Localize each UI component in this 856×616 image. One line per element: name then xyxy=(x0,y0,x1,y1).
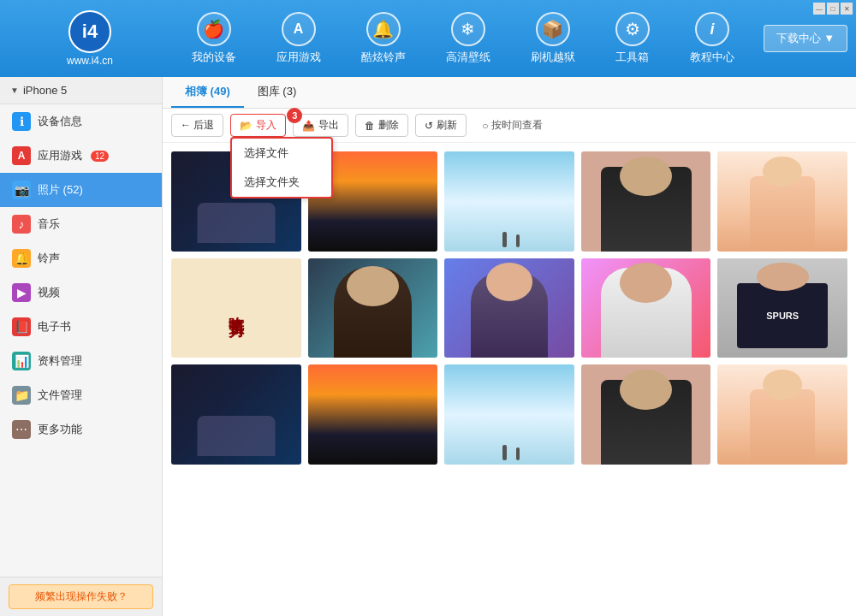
file-mgmt-icon: 📁 xyxy=(12,386,31,405)
more-icon: ⋯ xyxy=(12,420,31,439)
freq-error-button[interactable]: 频繁出现操作失败？ xyxy=(9,584,153,609)
photo-cell[interactable]: 吃苦累力 xyxy=(171,258,301,358)
app-games-badge: 12 xyxy=(91,151,109,162)
jailbreak-icon: 📦 xyxy=(536,12,570,46)
sidebar-item-ringtones-label: 铃声 xyxy=(38,251,60,266)
sidebar: ▼ iPhone 5 ℹ 设备信息 A 应用游戏 12 📷 照片 (52) xyxy=(0,77,163,616)
nav-app-game[interactable]: A 应用游戏 xyxy=(266,5,331,72)
photo-cell[interactable] xyxy=(717,364,847,465)
sort-options: ○ 按时间查看 xyxy=(482,118,542,133)
delete-icon: 🗑 xyxy=(365,120,375,132)
refresh-icon: ↺ xyxy=(425,120,433,132)
import-btn-wrap: 📂 导入 3 选择文件 选择文件夹 xyxy=(230,114,286,137)
photo-cell[interactable] xyxy=(444,151,574,252)
sidebar-item-file-mgmt-label: 文件管理 xyxy=(38,388,82,403)
nav-tutorial-label: 教程中心 xyxy=(690,50,734,65)
expand-triangle-icon: ▼ xyxy=(10,86,19,95)
video-icon: ▶ xyxy=(12,283,31,302)
sidebar-item-data-mgmt-label: 资料管理 xyxy=(38,353,82,369)
app-games-icon: A xyxy=(12,146,31,165)
photos-icon: 📷 xyxy=(12,181,31,199)
nav-ringtone[interactable]: 🔔 酷炫铃声 xyxy=(351,5,416,72)
export-button-label: 导出 xyxy=(318,118,339,133)
photo-cell[interactable]: SPURS xyxy=(717,258,847,358)
sidebar-item-device-info-label: 设备信息 xyxy=(38,114,82,129)
photo-cell[interactable] xyxy=(581,364,711,465)
app-game-icon: A xyxy=(282,12,316,46)
nav-app-game-label: 应用游戏 xyxy=(276,50,321,65)
photo-grid: 吃苦累力 xyxy=(163,143,856,616)
photo-cell[interactable] xyxy=(717,151,847,252)
photo-cell[interactable] xyxy=(581,151,711,252)
nav-toolbox-label: 工具箱 xyxy=(615,50,649,65)
delete-button[interactable]: 🗑 删除 xyxy=(355,114,408,137)
photo-cell[interactable] xyxy=(444,364,574,465)
select-folder-option[interactable]: 选择文件夹 xyxy=(232,168,331,197)
import-folder-icon: 📂 xyxy=(240,120,253,132)
download-center-button[interactable]: 下载中心 ▼ xyxy=(764,25,847,52)
ringtones-icon: 🔔 xyxy=(12,249,31,268)
nav-my-device[interactable]: 🍎 我的设备 xyxy=(181,5,247,72)
select-file-option[interactable]: 选择文件 xyxy=(232,139,331,168)
sort-by-time-label: 按时间查看 xyxy=(491,118,543,133)
delete-button-label: 删除 xyxy=(378,118,399,133)
nav-wallpaper-label: 高清壁纸 xyxy=(446,50,490,65)
nav-jailbreak[interactable]: 📦 刷机越狱 xyxy=(520,5,586,72)
maximize-button[interactable]: □ xyxy=(827,3,839,15)
sort-by-time-option[interactable]: ○ 按时间查看 xyxy=(482,118,542,133)
sidebar-item-ringtones[interactable]: 🔔 铃声 xyxy=(0,241,162,275)
sidebar-item-ebook-label: 电子书 xyxy=(38,319,71,335)
wallpaper-icon: ❄ xyxy=(451,12,485,46)
content-area: 相簿 (49) 图库 (3) ← 后退 📂 导入 3 选择文件 选择文件夹 xyxy=(163,77,856,616)
photo-cell[interactable] xyxy=(581,258,711,358)
minimize-button[interactable]: — xyxy=(813,3,825,15)
sidebar-item-data-mgmt[interactable]: 📊 资料管理 xyxy=(0,344,162,378)
ebook-icon: 📕 xyxy=(12,317,31,336)
sidebar-item-file-mgmt[interactable]: 📁 文件管理 xyxy=(0,378,162,412)
nav-my-device-label: 我的设备 xyxy=(192,50,236,65)
photo-cell[interactable] xyxy=(308,258,438,358)
nav-wallpaper[interactable]: ❄ 高清壁纸 xyxy=(436,5,501,72)
nav-jailbreak-label: 刷机越狱 xyxy=(531,50,575,65)
window-controls: — □ ✕ xyxy=(810,0,856,17)
sidebar-item-photos[interactable]: 📷 照片 (52) xyxy=(0,173,162,207)
import-button[interactable]: 📂 导入 3 xyxy=(230,114,286,137)
photo-cell[interactable] xyxy=(444,258,574,358)
toolbox-icon: ⚙ xyxy=(615,12,650,46)
nav-ringtone-label: 酷炫铃声 xyxy=(361,50,406,65)
photo-cell[interactable] xyxy=(308,364,438,465)
tabs: 相簿 (49) 图库 (3) xyxy=(163,77,856,109)
close-button[interactable]: ✕ xyxy=(841,3,853,15)
photo-cell[interactable] xyxy=(171,364,301,465)
back-button[interactable]: ← 后退 xyxy=(171,114,223,137)
nav-toolbox[interactable]: ⚙ 工具箱 xyxy=(605,5,660,72)
refresh-button[interactable]: ↺ 刷新 xyxy=(415,114,467,137)
tutorial-icon: i xyxy=(695,12,729,46)
sort-radio-icon: ○ xyxy=(482,120,488,132)
sidebar-item-app-games[interactable]: A 应用游戏 12 xyxy=(0,139,162,173)
header: i4 www.i4.cn 🍎 我的设备 A 应用游戏 🔔 酷炫铃声 ❄ 高清壁纸… xyxy=(0,0,856,77)
export-icon: 📤 xyxy=(302,120,315,132)
sidebar-item-more-label: 更多功能 xyxy=(38,422,82,437)
sidebar-item-video[interactable]: ▶ 视频 xyxy=(0,275,162,310)
sidebar-item-device-info[interactable]: ℹ 设备信息 xyxy=(0,104,162,139)
import-dropdown: 选择文件 选择文件夹 xyxy=(230,137,333,198)
logo-subtitle: www.i4.cn xyxy=(67,55,113,67)
logo-icon: i4 xyxy=(68,10,111,53)
sidebar-items: ℹ 设备信息 A 应用游戏 12 📷 照片 (52) ♪ 音乐 🔔 xyxy=(0,104,162,577)
nav-items: 🍎 我的设备 A 应用游戏 🔔 酷炫铃声 ❄ 高清壁纸 📦 刷机越狱 ⚙ 工具 xyxy=(171,5,755,72)
sidebar-item-ebook[interactable]: 📕 电子书 xyxy=(0,310,162,344)
sidebar-item-music[interactable]: ♪ 音乐 xyxy=(0,207,162,241)
sidebar-item-more[interactable]: ⋯ 更多功能 xyxy=(0,412,162,447)
tab-gallery[interactable]: 图库 (3) xyxy=(244,77,311,108)
device-label: ▼ iPhone 5 xyxy=(0,77,162,104)
toolbar: ← 后退 📂 导入 3 选择文件 选择文件夹 📤 导出 xyxy=(163,109,856,143)
refresh-button-label: 刷新 xyxy=(437,118,457,133)
ringtone-icon: 🔔 xyxy=(366,12,401,46)
sidebar-item-photos-label: 照片 (52) xyxy=(38,182,83,198)
sidebar-bottom: 频繁出现操作失败？ xyxy=(0,577,162,616)
device-info-icon: ℹ xyxy=(12,112,31,131)
tab-album[interactable]: 相簿 (49) xyxy=(171,77,244,108)
nav-tutorial[interactable]: i 教程中心 xyxy=(680,5,745,72)
sidebar-item-music-label: 音乐 xyxy=(38,216,60,232)
